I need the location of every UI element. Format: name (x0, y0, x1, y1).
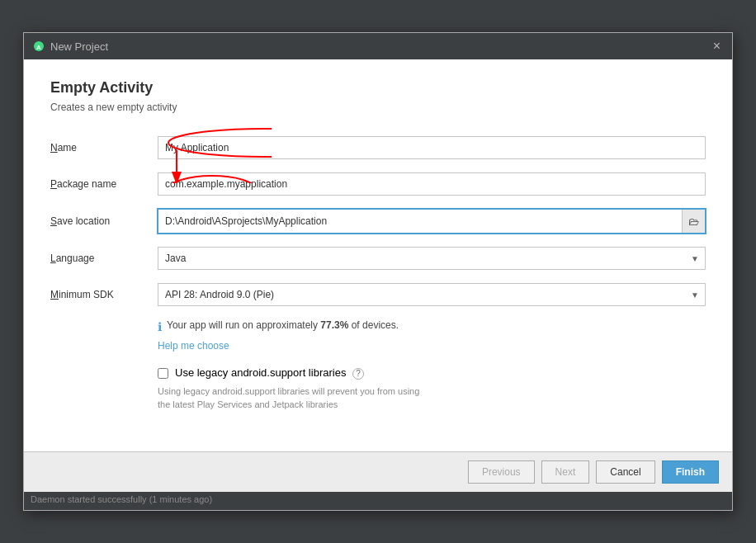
cancel-button[interactable]: Cancel (596, 460, 654, 484)
package-name-field-wrapper (158, 172, 706, 196)
bottom-bar: Previous Next Cancel Finish (24, 451, 732, 492)
legacy-checkbox[interactable] (158, 368, 168, 379)
dialog-title: New Project (50, 40, 108, 53)
minimum-sdk-row: Minimum SDK API 28: Android 9.0 (Pie) AP… (50, 283, 706, 306)
browse-folder-button[interactable]: 🗁 (682, 210, 705, 233)
language-select[interactable]: Java Kotlin (158, 247, 706, 270)
title-bar: A New Project × (24, 33, 732, 59)
title-bar-left: A New Project (32, 40, 108, 53)
folder-icon: 🗁 (688, 215, 699, 228)
help-icon[interactable]: ? (352, 368, 364, 380)
save-location-label: Save location (50, 215, 158, 227)
android-studio-icon: A (32, 40, 45, 53)
save-location-input-group: 🗁 (158, 209, 706, 234)
status-bar: Daemon started successfully (1 minutes a… (24, 492, 732, 510)
svg-text:A: A (36, 44, 41, 51)
section-subtitle: Creates a new empty activity (50, 102, 706, 113)
package-name-row: Package name (50, 172, 706, 196)
minimum-sdk-field-wrapper: API 28: Android 9.0 (Pie) API 21: Androi… (158, 283, 706, 306)
language-field-wrapper: Java Kotlin ▼ (158, 247, 706, 270)
package-name-input[interactable] (158, 172, 706, 196)
help-link[interactable]: Help me choose (158, 340, 706, 352)
info-row: ℹ Your app will run on approximately 77.… (158, 319, 706, 333)
language-select-wrapper: Java Kotlin ▼ (158, 247, 706, 270)
save-location-row: Save location 🗁 (50, 209, 706, 234)
previous-button[interactable]: Previous (468, 460, 535, 484)
name-label: Name (50, 142, 158, 153)
legacy-checkbox-label[interactable]: Use legacy android.support libraries ? (175, 366, 364, 380)
name-field-wrapper (158, 136, 706, 159)
next-button[interactable]: Next (541, 460, 590, 484)
minimum-sdk-select[interactable]: API 28: Android 9.0 (Pie) API 21: Androi… (158, 283, 706, 306)
minimum-sdk-select-wrapper: API 28: Android 9.0 (Pie) API 21: Androi… (158, 283, 706, 306)
finish-button[interactable]: Finish (662, 460, 719, 484)
status-text: Daemon started successfully (1 minutes a… (31, 494, 212, 504)
new-project-dialog: A New Project × Empty Activity Creates a… (23, 32, 733, 511)
close-button[interactable]: × (710, 38, 724, 54)
content-area: Empty Activity Creates a new empty activ… (24, 59, 732, 451)
save-location-field-wrapper: 🗁 (158, 209, 706, 234)
name-input[interactable] (158, 136, 706, 159)
legacy-checkbox-row: Use legacy android.support libraries ? (158, 366, 706, 380)
language-row: Language Java Kotlin ▼ (50, 247, 706, 270)
annotation-overlay (24, 59, 272, 183)
package-name-label: Package name (50, 178, 158, 190)
name-row: Name (50, 136, 706, 159)
legacy-note: Using legacy android.support libraries w… (158, 385, 706, 412)
minimum-sdk-label: Minimum SDK (50, 289, 158, 300)
info-text: Your app will run on approximately 77.3%… (167, 319, 399, 331)
section-title: Empty Activity (50, 79, 706, 97)
language-label: Language (50, 253, 158, 264)
info-icon: ℹ (158, 320, 162, 333)
save-location-input[interactable] (158, 210, 682, 233)
